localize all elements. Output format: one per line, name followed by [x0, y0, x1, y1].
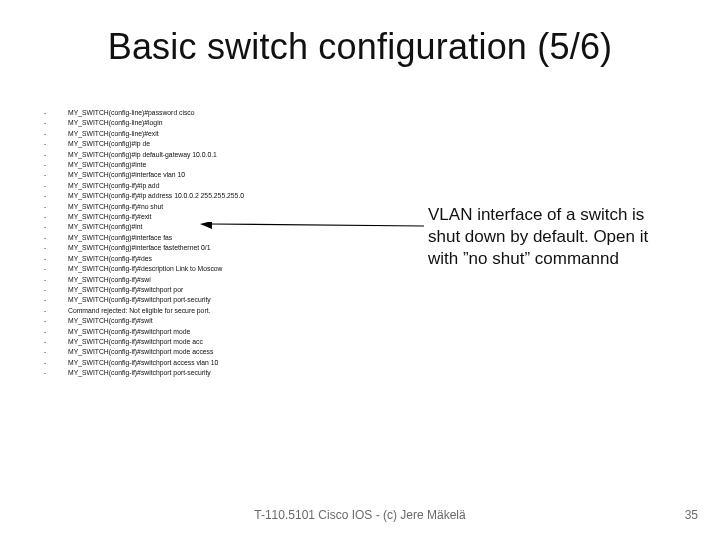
annotation-text: VLAN interface of a switch is shut down …	[428, 204, 680, 270]
config-line: MY_SWITCH(config)#ip default-gateway 10.…	[44, 150, 364, 160]
config-line: MY_SWITCH(config)#interface fastethernet…	[44, 243, 364, 253]
config-list: MY_SWITCH(config-line)#password ciscoMY_…	[44, 108, 364, 379]
config-line: MY_SWITCH(config-if)#ip add	[44, 181, 364, 191]
footer-center: T-110.5101 Cisco IOS - (c) Jere Mäkelä	[0, 508, 720, 522]
config-line: MY_SWITCH(config-if)#ip address 10.0.0.2…	[44, 191, 364, 201]
config-line: MY_SWITCH(config-if)#des	[44, 254, 364, 264]
config-line: MY_SWITCH(config-if)#switchport mode	[44, 327, 364, 337]
config-line: MY_SWITCH(config-if)#switchport mode acc	[44, 337, 364, 347]
config-line: MY_SWITCH(config-line)#password cisco	[44, 108, 364, 118]
config-line: MY_SWITCH(config)#inte	[44, 160, 364, 170]
config-line: MY_SWITCH(config-if)#no shut	[44, 202, 364, 212]
config-line: MY_SWITCH(config-if)#switchport port-sec…	[44, 368, 364, 378]
config-line: MY_SWITCH(config)#ip de	[44, 139, 364, 149]
slide: Basic switch configuration (5/6) MY_SWIT…	[0, 0, 720, 540]
config-line: MY_SWITCH(config-if)#switchport port-sec…	[44, 295, 364, 305]
footer-page-number: 35	[685, 508, 698, 522]
config-line: MY_SWITCH(config)#interface vlan 10	[44, 170, 364, 180]
config-line: MY_SWITCH(config)#interface fas	[44, 233, 364, 243]
config-line: MY_SWITCH(config-if)#exit	[44, 212, 364, 222]
config-line: MY_SWITCH(config-if)#switchport por	[44, 285, 364, 295]
config-line: Command rejected: Not eligible for secur…	[44, 306, 364, 316]
config-line: MY_SWITCH(config-if)#switchport access v…	[44, 358, 364, 368]
config-line: MY_SWITCH(config-if)#description Link to…	[44, 264, 364, 274]
config-line: MY_SWITCH(config-if)#swit	[44, 316, 364, 326]
slide-title: Basic switch configuration (5/6)	[0, 26, 720, 68]
config-line: MY_SWITCH(config-if)#switchport mode acc…	[44, 347, 364, 357]
config-line: MY_SWITCH(config-line)#login	[44, 118, 364, 128]
config-line: MY_SWITCH(config-if)#swi	[44, 275, 364, 285]
config-line: MY_SWITCH(config)#int	[44, 222, 364, 232]
config-line: MY_SWITCH(config-line)#exit	[44, 129, 364, 139]
